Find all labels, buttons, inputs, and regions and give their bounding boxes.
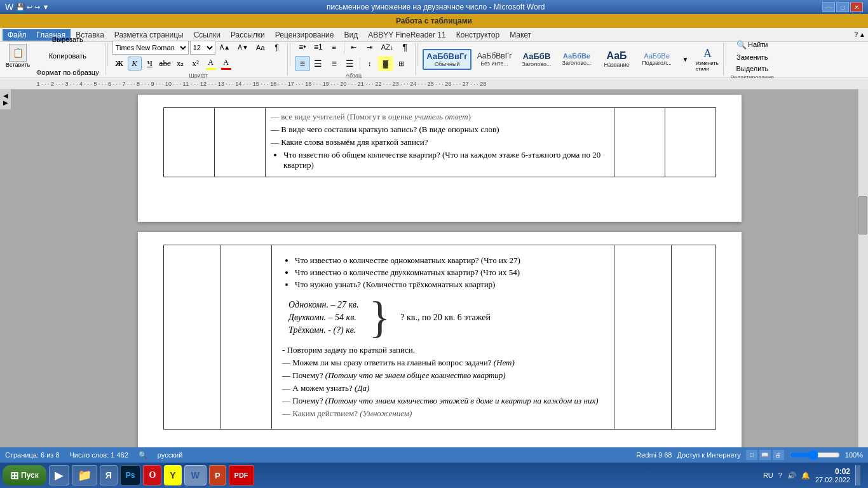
find-button[interactable]: 🔍 Найти [733, 38, 771, 51]
style-heading2[interactable]: АаБбВе Заголово... [558, 50, 596, 69]
maximize-button[interactable]: □ [836, 2, 849, 12]
title-bar-left: W 💾 ↩ ↪ ▼ [5, 2, 49, 12]
taskbar-browser-y-button[interactable]: Y [164, 465, 181, 485]
grow-font-button[interactable]: A▲ [217, 40, 234, 55]
align-left-button[interactable]: ≡ [295, 56, 310, 71]
styles-scroll-button[interactable]: ▼ [678, 51, 693, 67]
formula-result: ? кв., по 20 кв. 6 этажей [400, 313, 491, 323]
clipboard-sub-buttons: Вырезать Копировать Формат по образцу [33, 32, 102, 80]
style-title[interactable]: АаБ Название [598, 48, 636, 71]
taskbar-photoshop-button[interactable]: Ps [120, 465, 141, 485]
cut-button[interactable]: Вырезать [33, 32, 102, 47]
side-panel: ◀▶ [0, 89, 11, 109]
view-reading-button[interactable]: 📖 [759, 450, 771, 460]
dialog-italic-6: (Умножением) [360, 409, 412, 418]
taskbar-clock: 0:02 27.02.2022 [815, 467, 850, 484]
menu-item-review[interactable]: Рецензирование [270, 29, 339, 41]
font-color-button[interactable]: A [219, 57, 233, 71]
copy-button[interactable]: Копировать [33, 48, 102, 64]
increase-indent-button[interactable]: ⇥ [362, 39, 377, 55]
style-subtitle[interactable]: АаБбВе Подзагол... [638, 50, 676, 69]
taskbar-explorer-button[interactable]: 📁 [72, 465, 97, 485]
line1-p1: — В виде чего составим краткую запись? (… [271, 125, 609, 135]
menu-item-abbyy[interactable]: ABBYY FineReader 11 [363, 29, 451, 41]
dialog-italic-2: (Нет) [494, 358, 515, 367]
minimize-button[interactable]: — [822, 2, 835, 12]
shading-button[interactable]: ▓ [378, 56, 393, 71]
taskbar-word-button[interactable]: W [184, 465, 207, 485]
scrollbar-thumb[interactable] [858, 196, 867, 234]
dialog-italic-3: (Потому что не знаем общее количество кв… [325, 370, 506, 380]
vertical-scrollbar[interactable] [858, 89, 868, 447]
separator-4 [726, 43, 726, 66]
line-spacing-button[interactable]: ↕ [362, 56, 377, 71]
align-center-button[interactable]: ☰ [311, 56, 326, 71]
justify-button[interactable]: ☰ [342, 56, 358, 71]
clock-time: 0:02 [815, 467, 850, 476]
formula-line-1: Однокомн. – 27 кв. [288, 300, 359, 310]
bullets-button[interactable]: ≡• [295, 39, 310, 55]
replace-label: Заменить [736, 53, 768, 61]
strikethrough-button[interactable]: abc [158, 57, 172, 71]
view-print-button[interactable]: 🖨 [773, 450, 784, 460]
style-subtitle-label: Подзагол... [642, 60, 671, 66]
style-no-spacing[interactable]: АаБбВвГг Без инте... [473, 49, 516, 69]
formula-line-3: Трёхкомн. - (?) кв. [288, 325, 359, 336]
align-right-button[interactable]: ≡ [327, 56, 342, 71]
ribbon-help[interactable]: ? [855, 31, 858, 38]
menu-item-pagelayout[interactable]: Разметка страницы [109, 29, 189, 41]
zoom-slider[interactable] [789, 450, 840, 460]
sort-button[interactable]: AZ↓ [378, 39, 397, 55]
clear-format-button[interactable]: Aa [253, 40, 268, 55]
show-all-button[interactable]: ¶ [397, 39, 412, 55]
superscript-button[interactable]: x² [189, 57, 203, 71]
start-button[interactable]: ⊞ Пуск [3, 465, 46, 485]
multilevel-list-button[interactable]: ≡ [327, 39, 342, 55]
show-formatting-button[interactable]: ¶ [269, 40, 285, 55]
close-button[interactable]: ✕ [850, 2, 863, 12]
borders-button[interactable]: ⊞ [394, 56, 409, 71]
decrease-indent-button[interactable]: ⇤ [346, 39, 362, 55]
style-normal[interactable]: АаБбВвГг Обычный [423, 49, 471, 70]
menu-item-design[interactable]: Конструктор [451, 29, 505, 41]
italic-button[interactable]: К [128, 57, 142, 71]
ribbon-minimize[interactable]: ▲ [859, 31, 865, 38]
navigation-toggle[interactable]: ◀▶ [0, 92, 13, 107]
menu-item-layout[interactable]: Макет [505, 29, 536, 41]
menu-item-references[interactable]: Ссылки [189, 29, 226, 41]
page2-bullet-2: Что известно о количестве двухкомнатных … [295, 268, 604, 278]
paste-button[interactable]: 📋 Вставить [4, 42, 32, 70]
page1-bullet-1: Что известно об общем количестве квартир… [283, 150, 609, 170]
taskbar-yandex-button[interactable]: Я [100, 465, 118, 485]
show-desktop-button[interactable] [855, 465, 860, 485]
font-size-select[interactable]: 12 [190, 41, 215, 55]
menu-item-mailings[interactable]: Рассылки [226, 29, 270, 41]
taskbar: ⊞ Пуск ▶ 📁 Я Ps O Y W P PDF RU ? 🔊 🔔 0:0… [0, 463, 868, 488]
menu-item-view[interactable]: Вид [339, 29, 363, 41]
taskbar-media-button[interactable]: ▶ [49, 465, 69, 485]
font-name-select[interactable]: Times New Roman [112, 41, 189, 55]
ruler-marks: 1 · · · 2 · · · 3 · · · 4 · · · 5 · · · … [13, 81, 486, 87]
document-area[interactable]: — все виде учителей (Помогут в оценке уч… [11, 90, 868, 473]
taskbar-pdf-button[interactable]: PDF [229, 465, 254, 485]
dialog-line-6: — Каким действием? (Умножением) [282, 409, 604, 419]
change-style-button[interactable]: A Изменить стили [695, 48, 721, 71]
taskbar-opera-button[interactable]: O [143, 465, 161, 485]
select-button[interactable]: Выделить [733, 63, 771, 74]
numbering-button[interactable]: ≡1 [311, 39, 326, 55]
title-bar: W 💾 ↩ ↪ ▼ письменное умножение на двузна… [0, 0, 868, 14]
taskbar-powerpoint-button[interactable]: P [209, 465, 226, 485]
style-heading1[interactable]: АаБбВ Заголово... [518, 49, 556, 70]
taskbar-volume: 🔊 [787, 471, 796, 480]
page2-bullets: Что известно о количестве однокомнатных … [282, 255, 604, 290]
view-normal-button[interactable]: □ [746, 450, 757, 460]
replace-button[interactable]: Заменить [733, 51, 771, 63]
window-controls: — □ ✕ [822, 2, 863, 12]
underline-button[interactable]: Ч [143, 57, 157, 71]
subscript-button[interactable]: x₂ [173, 57, 187, 71]
bold-button[interactable]: Ж [112, 57, 126, 71]
formula-area: Однокомн. – 27 кв. Двухкомн. – 54 кв. Тр… [282, 297, 604, 337]
shrink-font-button[interactable]: A▼ [234, 40, 252, 55]
style-no-spacing-label: Без инте... [480, 60, 508, 67]
text-highlight-button[interactable]: A [204, 57, 218, 71]
